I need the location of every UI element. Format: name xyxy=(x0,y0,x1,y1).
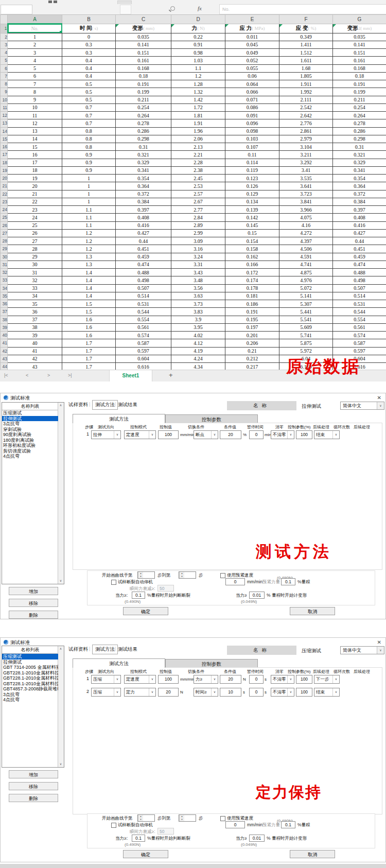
cell[interactable]: 1.2 xyxy=(62,237,116,245)
cell[interactable]: 4.591 xyxy=(279,253,333,261)
list-item[interactable]: 4点抗弯 xyxy=(2,697,58,703)
cell[interactable]: 0.206 xyxy=(225,339,279,347)
cell[interactable]: 0.21 xyxy=(225,347,279,355)
cell[interactable]: 0.035 xyxy=(333,33,386,41)
cell[interactable]: 0.11 xyxy=(225,151,279,159)
cell[interactable]: 1.4 xyxy=(62,269,116,276)
cell[interactable]: 0.06 xyxy=(225,72,279,80)
delete-button[interactable]: 删除 xyxy=(9,794,58,802)
cell[interactable]: 0.514 xyxy=(116,292,171,300)
list-item[interactable]: 压缩测试 xyxy=(2,410,58,416)
cell[interactable]: 0.372 xyxy=(333,190,386,198)
row-header[interactable]: 11 xyxy=(1,103,8,111)
cell[interactable]: 4.19 xyxy=(171,347,225,355)
cell[interactable]: 0.7 xyxy=(62,112,116,119)
cell[interactable]: 0.5 xyxy=(62,88,116,96)
cell[interactable]: 0.3 xyxy=(62,49,116,57)
row-header[interactable]: 24 xyxy=(1,206,8,214)
cell[interactable]: 2.84 xyxy=(171,214,225,221)
cell[interactable]: 0.162 xyxy=(225,253,279,261)
cell[interactable]: 0.459 xyxy=(333,253,386,261)
cell[interactable]: 3.09 xyxy=(171,237,225,245)
cell[interactable]: 0.384 xyxy=(116,198,171,205)
cell[interactable]: 12 xyxy=(8,119,62,127)
cell[interactable]: 36 xyxy=(8,308,62,316)
column-header-D[interactable]: D xyxy=(171,15,225,24)
cell[interactable]: 0.286 xyxy=(116,127,171,135)
ok-button[interactable]: 确定 xyxy=(123,850,168,858)
cell[interactable]: 1 xyxy=(62,175,116,182)
inner-tab-test-method[interactable]: 测试方法 xyxy=(73,414,165,423)
cell[interactable]: 0.364 xyxy=(333,182,386,190)
cell[interactable]: 0.321 xyxy=(333,151,386,159)
mode-select[interactable]: 定速度∨ xyxy=(124,675,156,684)
cell[interactable]: 1.6 xyxy=(62,323,116,331)
cell[interactable]: 2.542 xyxy=(279,103,333,111)
cell[interactable]: 35 xyxy=(8,300,62,308)
tab-test-result[interactable]: 测试结果 xyxy=(118,646,137,653)
cell[interactable]: 0.278 xyxy=(116,119,171,127)
cell[interactable]: 4.875 xyxy=(279,269,333,276)
cell[interactable]: 0.8 xyxy=(62,135,116,143)
cell[interactable]: 0.31 xyxy=(116,143,171,151)
cell[interactable]: 1.1 xyxy=(62,214,116,221)
row-header[interactable]: 34 xyxy=(1,284,8,292)
cell[interactable]: 0.4 xyxy=(62,64,116,72)
cell[interactable]: 1.1 xyxy=(62,221,116,229)
cell[interactable]: 1.4 xyxy=(62,276,116,284)
row-header[interactable]: 12 xyxy=(1,112,8,119)
cell[interactable]: 1.6 xyxy=(62,332,116,339)
cell[interactable]: 2.53 xyxy=(171,182,225,190)
cell-D1[interactable]: 力( N) xyxy=(171,24,225,33)
cell[interactable]: 0.507 xyxy=(116,284,171,292)
row-header[interactable]: 6 xyxy=(1,64,8,72)
tab-specimen-info[interactable]: 试样资料 xyxy=(68,646,88,653)
row-header[interactable]: 30 xyxy=(1,253,8,261)
row-header[interactable]: 26 xyxy=(1,221,8,229)
cell[interactable]: 0.254 xyxy=(333,103,386,111)
cell[interactable]: 5 xyxy=(8,64,62,72)
list-item[interactable]: GBT 7314-2005 金属材料室温压缩 xyxy=(2,665,58,670)
cell[interactable]: 0.554 xyxy=(333,316,386,323)
cell[interactable]: 0.597 xyxy=(116,347,171,355)
cell[interactable]: 4.12 xyxy=(171,339,225,347)
cell[interactable]: 0.166 xyxy=(225,261,279,268)
scroll-down-icon[interactable]: ∨ xyxy=(58,761,63,767)
cell[interactable]: 0.587 xyxy=(116,339,171,347)
row-header[interactable]: 8 xyxy=(1,80,8,88)
cell[interactable]: 1.42 xyxy=(171,96,225,103)
cell[interactable]: 3.73 xyxy=(171,300,225,308)
cell[interactable]: 0.416 xyxy=(116,221,171,229)
cell[interactable]: 3.83 xyxy=(171,308,225,316)
column-header-F[interactable]: F xyxy=(279,15,333,24)
cell[interactable]: 0.451 xyxy=(333,245,386,253)
cell[interactable]: 1.3 xyxy=(62,261,116,268)
condition-select[interactable]: 断点∨ xyxy=(194,430,218,439)
cell[interactable]: 0.064 xyxy=(225,80,279,88)
cell[interactable]: 3.292 xyxy=(279,159,333,166)
control-value-input[interactable]: 20 xyxy=(158,688,179,697)
cell[interactable]: 1.1 xyxy=(171,64,225,72)
cell[interactable]: 40 xyxy=(8,339,62,347)
row-header[interactable]: 33 xyxy=(1,276,8,284)
cell[interactable]: 3.104 xyxy=(279,143,333,151)
cell[interactable]: 2.99 xyxy=(171,229,225,237)
cell[interactable]: 3.56 xyxy=(171,284,225,292)
cell[interactable]: 0.286 xyxy=(333,127,386,135)
close-icon[interactable]: ✕ xyxy=(377,395,381,401)
row-header[interactable]: 37 xyxy=(1,308,8,316)
cell[interactable]: 10 xyxy=(8,103,62,111)
cell[interactable]: 0.278 xyxy=(333,119,386,127)
list-item[interactable]: 4点抗弯 xyxy=(2,454,58,459)
cell[interactable]: 0.514 xyxy=(333,292,386,300)
list-item[interactable]: 压缩测试 xyxy=(2,654,58,659)
row-header[interactable]: 16 xyxy=(1,143,8,151)
cell[interactable]: 1.2 xyxy=(62,229,116,237)
cell[interactable]: 41 xyxy=(8,347,62,355)
cell[interactable]: 5.541 xyxy=(279,316,333,323)
cell[interactable]: 25 xyxy=(8,221,62,229)
cell[interactable]: 0.587 xyxy=(333,339,386,347)
direction-select[interactable]: 压缩∨ xyxy=(91,675,121,684)
cell[interactable]: 0.354 xyxy=(333,175,386,182)
cell[interactable]: 0.091 xyxy=(225,112,279,119)
